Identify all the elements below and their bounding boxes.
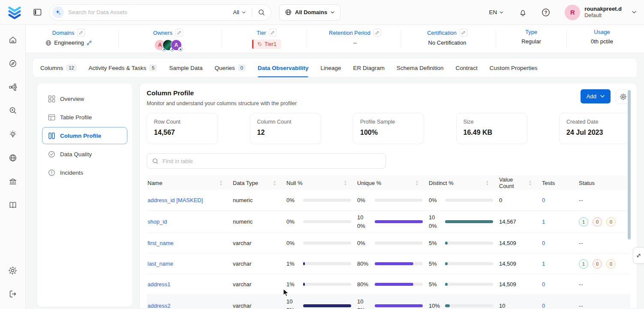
ai-sparkle-icon[interactable] <box>52 6 64 18</box>
tests-link[interactable]: 0 <box>542 240 579 246</box>
observability-search-eye-icon[interactable] <box>6 103 20 118</box>
distinct-pct-cell: 100% <box>429 213 499 230</box>
sort-icon[interactable]: ▲▼ <box>220 180 223 186</box>
tab-queries[interactable]: Queries0 <box>215 58 246 77</box>
tests-link[interactable]: 0 <box>542 197 579 203</box>
column-header-label: Distinct % <box>429 180 454 186</box>
add-button[interactable]: Add <box>581 89 611 103</box>
nav-item-incidents[interactable]: Incidents <box>42 164 127 181</box>
global-search-input[interactable] <box>68 9 233 15</box>
column-name-link[interactable]: shop_id <box>147 218 233 225</box>
tab-sample-data[interactable]: Sample Data <box>169 58 202 77</box>
column-name-link[interactable]: first_name <box>147 240 233 246</box>
app-logo-icon[interactable] <box>6 4 23 21</box>
search-icon[interactable] <box>258 9 265 16</box>
tests-link[interactable]: 0 <box>542 303 579 309</box>
language-selector[interactable]: EN <box>489 9 504 15</box>
column-name-link[interactable]: address_id [MASKED] <box>147 197 233 203</box>
tests-link[interactable]: 1 <box>542 261 579 267</box>
sort-icon[interactable]: ▲▼ <box>273 180 276 186</box>
stat-value: 24 Jul 2023 <box>566 129 623 136</box>
column-header-label: Data Type <box>233 180 258 186</box>
sort-icon[interactable]: ▲▼ <box>529 180 532 186</box>
nav-item-data-quality[interactable]: Data Quality <box>42 145 127 163</box>
expand-panel-handle[interactable] <box>633 247 644 264</box>
explore-compass-icon[interactable] <box>6 56 20 71</box>
nav-item-overview[interactable]: Overview <box>42 90 127 107</box>
tab-activity-feeds-tasks[interactable]: Activity Feeds & Tasks5 <box>89 58 157 77</box>
distinct-pct-cell: 10% <box>429 302 499 309</box>
globe-icon <box>45 40 51 46</box>
percent-bar <box>303 242 351 245</box>
tab-schema-definition[interactable]: Schema Definition <box>397 58 444 77</box>
column-name-link[interactable]: address1 <box>147 281 233 288</box>
percent-value: 100% <box>429 213 441 230</box>
notifications-bell-icon[interactable] <box>519 8 527 17</box>
status-cell: 100 <box>579 259 630 269</box>
status-cell: -- <box>579 303 630 309</box>
unique-pct-cell: 0% <box>357 239 429 248</box>
column-header-label: Status <box>579 180 595 186</box>
resize-diagonal-icon <box>636 253 641 258</box>
stat-value: 12 <box>257 129 314 136</box>
percent-bar <box>303 220 351 223</box>
edit-owners-icon[interactable] <box>175 29 183 36</box>
svg-text:?: ? <box>545 10 547 15</box>
vertical-scrollbar[interactable] <box>628 90 631 239</box>
tab-lineage[interactable]: Lineage <box>320 58 341 77</box>
sort-icon[interactable]: ▲▼ <box>415 180 418 186</box>
percent-bar <box>375 283 423 286</box>
insights-lightbulb-icon[interactable] <box>6 127 20 142</box>
percent-value: 80% <box>357 280 370 289</box>
edit-certification-icon[interactable] <box>460 29 467 36</box>
distinct-pct-cell: 5% <box>429 280 499 289</box>
logout-icon[interactable] <box>6 287 20 301</box>
tab-custom-properties[interactable]: Custom Properties <box>490 58 538 77</box>
glossary-book-icon[interactable] <box>6 198 20 212</box>
nav-item-column-profile[interactable]: Column Profile <box>42 127 127 144</box>
percent-bar <box>375 262 423 265</box>
sidebar-toggle-icon[interactable] <box>33 9 42 16</box>
tab-data-observability[interactable]: Data Observability <box>258 58 309 77</box>
owner-avatar[interactable]: A <box>171 39 182 51</box>
percent-bar-fill <box>375 283 413 286</box>
column-name-link[interactable]: last_name <box>147 261 233 267</box>
search-icon <box>152 158 159 164</box>
settings-gear-icon[interactable] <box>6 263 20 278</box>
field-label: Domains <box>52 30 74 36</box>
search-scope-select[interactable]: All <box>233 9 246 15</box>
user-menu[interactable]: R rounakpreet.d Default <box>565 5 636 20</box>
distinct-pct-cell: 0% <box>429 196 499 205</box>
govern-bank-icon[interactable] <box>6 174 20 189</box>
sort-icon[interactable]: ▲▼ <box>344 180 347 186</box>
help-icon[interactable]: ? <box>542 8 550 17</box>
tests-link[interactable]: 0 <box>542 281 579 288</box>
tab-columns[interactable]: Columns12 <box>40 58 77 77</box>
stat-card-created-date: Created Date24 Jul 2023 <box>559 113 630 144</box>
nav-item-table-profile[interactable]: Table Profile <box>42 109 127 126</box>
stat-value: 16.49 KB <box>463 129 520 136</box>
edit-tier-icon[interactable] <box>269 29 277 36</box>
percent-value: 100% <box>286 297 299 309</box>
edit-domains-icon[interactable] <box>77 29 85 36</box>
value-count: 14,567 <box>499 218 542 225</box>
tab-contract[interactable]: Contract <box>456 58 478 77</box>
column-name-link[interactable]: address2 <box>147 303 233 309</box>
percent-bar <box>445 220 493 223</box>
percent-bar-fill <box>445 304 450 307</box>
column-header-label: Name <box>147 180 163 186</box>
domain-link[interactable]: Engineering <box>45 39 91 46</box>
avatar: R <box>565 5 580 20</box>
profile-stats: Row Count14,567Column Count12Profile Sam… <box>147 113 630 144</box>
percent-value: 5% <box>429 280 441 289</box>
tests-link[interactable]: 1 <box>542 218 579 225</box>
lineage-network-icon[interactable] <box>6 80 20 94</box>
sort-icon[interactable]: ▲▼ <box>486 180 489 186</box>
domains-globe-icon[interactable] <box>6 151 20 165</box>
home-icon[interactable] <box>6 33 20 47</box>
edit-retention-icon[interactable] <box>373 29 381 36</box>
find-in-table-input[interactable] <box>163 158 380 164</box>
domain-selector[interactable]: All Domains <box>279 4 340 21</box>
tab-er-diagram[interactable]: ER Diagram <box>353 58 385 77</box>
percent-bar-fill <box>445 220 493 223</box>
